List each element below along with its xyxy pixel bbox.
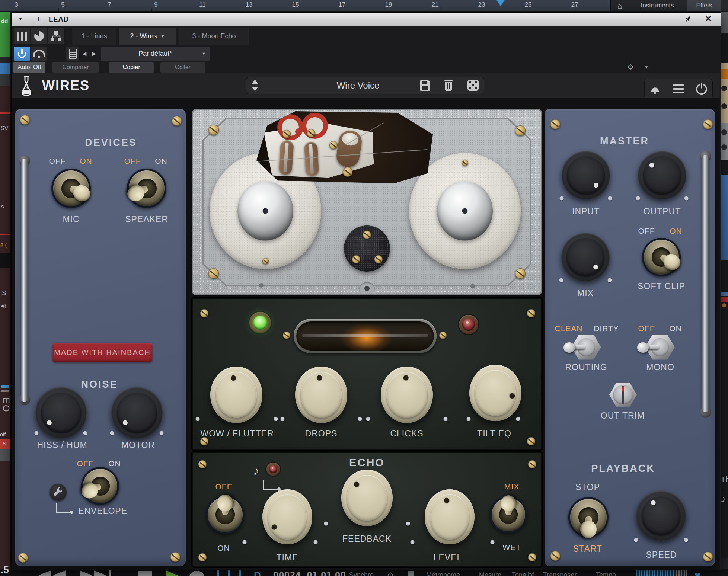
transport-d-icon[interactable]: D [254,570,261,576]
routing-toggle[interactable] [571,334,601,360]
layout-columns-button[interactable] [14,28,30,44]
key-label[interactable]: Tonalité [512,571,535,576]
save-preset-icon[interactable] [420,80,430,91]
sync-label[interactable]: Synchro [349,571,374,576]
note-sync-icon[interactable]: ♪ [253,464,259,478]
chip-label: Copier [122,64,140,71]
screw-icon [528,553,536,561]
knob-min-dot [560,196,564,201]
forward-icon[interactable] [94,570,106,576]
gear-icon[interactable]: ⚙ [627,63,634,71]
mix-label: MIX [577,288,594,298]
metronome-label[interactable]: Métronome [426,571,460,576]
power-icon[interactable] [695,83,708,95]
tab-instruments[interactable]: Instruments [633,0,681,11]
right-strip-thumbnail [720,292,728,311]
screw-icon [172,116,182,126]
power-led [249,312,271,333]
copy-button[interactable]: Copier [109,62,154,73]
soft-clip-toggle[interactable] [642,238,681,276]
forward-icon[interactable] [80,570,92,576]
pie-view-button[interactable] [31,28,47,44]
tab-lines[interactable]: 1 - Lines [72,28,116,45]
chevron-down-icon[interactable]: ▼ [644,65,649,70]
rewind-icon[interactable] [38,570,51,576]
echo-mix-wet-toggle[interactable] [490,496,527,533]
tab-effects[interactable]: Effets [687,0,721,11]
next-preset-icon[interactable]: ▶ [92,51,96,57]
record-icon[interactable] [189,571,204,576]
envelope-shape-icon [56,503,71,513]
play-icon[interactable] [166,570,179,576]
mono-toggle[interactable] [645,334,675,360]
add-insert-icon[interactable]: + [36,14,41,24]
output-knob[interactable] [638,151,686,199]
drops-knob[interactable] [295,367,347,423]
speaker-toggle[interactable] [127,169,166,208]
transport-fragment: .5 [1,564,9,576]
stop-icon[interactable] [138,571,152,576]
transpose-label[interactable]: Transposer [543,571,577,576]
clicks-knob[interactable] [381,367,433,423]
envelope-settings-button[interactable] [50,484,67,501]
preset-up-icon[interactable] [252,80,258,84]
tilt-eq-knob[interactable] [469,365,521,421]
home-icon[interactable]: ⌂ [617,1,622,10]
mix-knob[interactable] [561,233,610,281]
playback-toggle[interactable] [568,497,609,537]
heart-icon[interactable]: ♥ [695,569,701,576]
preset-down-icon[interactable] [252,87,258,91]
tab-moon-echo[interactable]: 3 - Moon Echo [179,28,249,45]
bypass-button[interactable] [31,47,47,61]
mic-label: MIC [63,214,79,224]
knob-max-dot [608,278,612,282]
out-trim-knob[interactable] [609,383,637,407]
menu-icon[interactable] [672,83,685,95]
tempo-strip[interactable] [636,570,673,576]
pin-icon[interactable] [684,15,692,23]
echo-feedback-label: FEEDBACK [342,534,392,544]
tab-wires[interactable]: 2 - Wires ▼ [119,28,176,45]
window-dropdown-icon[interactable]: ▼ [18,16,23,22]
song-position[interactable]: 00024. 01.01.00 [273,570,346,576]
paste-button[interactable]: Coller [160,62,205,73]
speed-knob[interactable] [636,491,686,541]
preset-file-button[interactable] [66,47,79,61]
window-titlebar[interactable]: ▼ + LEAD ✕ [12,13,721,26]
hiss-hum-knob[interactable] [35,387,87,438]
envelope-toggle[interactable] [81,467,119,505]
marker-flag-icon[interactable] [408,571,414,576]
echo-time-knob[interactable] [262,489,312,544]
echo-level-knob[interactable] [425,489,475,544]
playhead-marker[interactable] [496,0,505,6]
input-knob[interactable] [562,151,610,199]
plugin-preset-bar[interactable]: Wire Voice [246,77,484,94]
notifications-bell-icon[interactable] [649,83,661,95]
routing-view-button[interactable] [48,28,64,44]
delete-preset-icon[interactable] [444,80,453,92]
flask-logo-icon [19,76,34,96]
plugin-active-button[interactable] [14,47,30,61]
automation-mode-button[interactable]: Auto: Off [13,62,45,73]
echo-on-off-toggle[interactable] [206,495,245,534]
compare-button[interactable]: Comparer [52,62,99,73]
screw-icon [439,332,447,339]
ruler-number: 3 [15,1,18,9]
tempo-strip-tail [673,570,687,576]
wow-flutter-knob[interactable] [210,367,262,423]
motor-knob[interactable] [111,387,163,438]
envelope-shape-icon [263,480,279,490]
daw-preset-select[interactable]: Par défaut* ▼ [101,47,210,61]
screw-icon [200,309,208,317]
right-strip-thumbnail [720,123,728,160]
measure-label[interactable]: Mesure [479,571,501,576]
rewind-icon[interactable] [53,570,66,576]
prev-preset-icon[interactable]: ◀ [83,51,87,57]
close-icon[interactable]: ✕ [705,14,712,24]
mic-toggle[interactable] [51,169,91,208]
gear-icon[interactable]: ⚙ [387,570,394,576]
loop-icon[interactable] [228,570,241,576]
randomize-preset-icon[interactable] [467,80,479,91]
tempo-label[interactable]: Tempo [596,571,616,576]
echo-feedback-knob[interactable] [341,470,393,526]
